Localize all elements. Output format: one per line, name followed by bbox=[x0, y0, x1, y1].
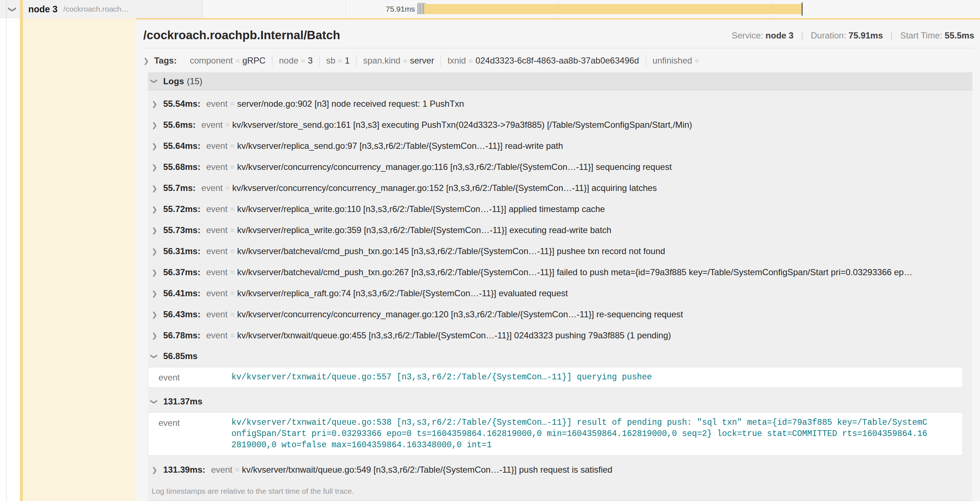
log-field-key: event bbox=[206, 330, 228, 340]
service-value: node 3 bbox=[766, 30, 794, 40]
log-field-key: event bbox=[206, 99, 228, 109]
log-field-value: kv/kvserver/replica_write.go:359 [n3,s3,… bbox=[237, 225, 611, 235]
span-color-accent-bar bbox=[20, 0, 23, 501]
chevron-right-icon[interactable]: ❯ bbox=[152, 163, 158, 171]
log-timestamp: 131.37ms bbox=[163, 396, 202, 407]
chevron-right-icon[interactable]: ❯ bbox=[152, 247, 158, 255]
logs-title: Logs bbox=[163, 76, 184, 86]
log-row[interactable]: ❯ 56.78ms: event= kv/kvserver/txnwait/qu… bbox=[148, 325, 972, 346]
log-row[interactable]: ❯ 55.7ms: event= kv/kvserver/concurrency… bbox=[148, 177, 972, 199]
tag-txnid: txnid=024d3323-6c8f-4863-aa8b-37ab0e6349… bbox=[441, 55, 646, 67]
log-row[interactable]: ❯ 56.31ms: event= kv/kvserver/batcheval/… bbox=[148, 241, 972, 262]
tag-span-kind: span.kind=server bbox=[356, 55, 441, 67]
log-field-key: event bbox=[211, 465, 232, 475]
chevron-down-icon[interactable]: ❯ bbox=[152, 397, 158, 406]
chevron-down-icon[interactable]: ❯ bbox=[152, 352, 158, 361]
log-field-key: event bbox=[206, 225, 228, 235]
log-tick bbox=[419, 3, 420, 14]
span-name[interactable]: node 3 /cockroach.roach… bbox=[28, 0, 129, 18]
chevron-right-icon[interactable]: ❯ bbox=[152, 205, 158, 214]
log-row[interactable]: ❯ 55.64ms: event= kv/kvserver/replica_se… bbox=[148, 136, 972, 156]
duration-value: 75.91ms bbox=[849, 30, 883, 40]
log-field-value: kv/kvserver/batcheval/cmd_push_txn.go:26… bbox=[237, 267, 913, 278]
log-field-value: kv/kvserver/replica_raft.go:74 [n3,s3,r6… bbox=[237, 288, 568, 298]
log-row-expanded-header[interactable]: ❯ 56.85ms bbox=[148, 346, 972, 366]
duration-label: Duration: bbox=[811, 30, 846, 40]
chevron-right-icon[interactable]: ❯ bbox=[152, 142, 158, 150]
log-row-expanded-header[interactable]: ❯ 131.37ms bbox=[148, 391, 972, 412]
tags-row[interactable]: ❯ Tags: component=gRPC node=3 sb=1 span.… bbox=[143, 55, 974, 67]
log-field-key: event bbox=[206, 246, 228, 256]
chevron-right-icon[interactable]: ❯ bbox=[152, 466, 158, 474]
log-field-value: kv/kvserver/concurrency/concurrency_mana… bbox=[237, 309, 683, 319]
log-timestamp: 56.78ms: bbox=[163, 330, 200, 340]
log-field-value: kv/kvserver/concurrency/concurrency_mana… bbox=[237, 162, 672, 172]
log-field-value: kv/kvserver/txnwait/queue.go:455 [n3,s3,… bbox=[237, 330, 671, 340]
chevron-right-icon[interactable]: ❯ bbox=[152, 226, 158, 235]
logs-list: ❯ 55.54ms: event= server/node.go:902 [n3… bbox=[148, 90, 972, 501]
log-field-key: event bbox=[206, 141, 228, 151]
chevron-right-icon[interactable]: ❯ bbox=[152, 332, 158, 340]
span-collapse-icon[interactable]: ❯ bbox=[9, 5, 16, 14]
log-field-value: kv/kvserver/concurrency/concurrency_mana… bbox=[232, 183, 657, 193]
logs-footer-note: Log timestamps are relative to the start… bbox=[148, 480, 972, 501]
log-row[interactable]: ❯ 55.68ms: event= kv/kvserver/concurrenc… bbox=[148, 156, 972, 177]
log-field-key: event bbox=[201, 120, 223, 130]
logs-section: ❯ Logs (15) ❯ 55.54ms: event= server/nod… bbox=[148, 72, 972, 501]
log-timestamp: 55.73ms: bbox=[163, 225, 200, 235]
log-row[interactable]: ❯ 55.73ms: event= kv/kvserver/replica_wr… bbox=[148, 220, 972, 241]
span-duration-bar[interactable] bbox=[424, 4, 803, 14]
log-field-key: event bbox=[153, 372, 231, 383]
log-field-key: event bbox=[206, 309, 228, 319]
log-row[interactable]: ❯ 55.72ms: event= kv/kvserver/replica_wr… bbox=[148, 199, 972, 220]
chevron-right-icon[interactable]: ❯ bbox=[152, 268, 158, 277]
log-timestamp: 55.54ms: bbox=[163, 99, 200, 109]
tag-node: node=3 bbox=[272, 55, 319, 67]
log-field-key: event bbox=[206, 162, 228, 172]
span-row[interactable]: ❯ node 3 /cockroach.roach… 75.91ms bbox=[0, 0, 980, 18]
chevron-right-icon[interactable]: ❯ bbox=[152, 310, 158, 319]
log-field-value: kv/kvserver/txnwait/queue.go:549 [n3,s3,… bbox=[242, 465, 612, 475]
start-time-label: Start Time: bbox=[900, 30, 942, 40]
log-row[interactable]: ❯ 56.43ms: event= kv/kvserver/concurrenc… bbox=[148, 304, 972, 325]
chevron-right-icon[interactable]: ❯ bbox=[152, 184, 158, 192]
page-title: /cockroach.roachpb.Internal/Batch bbox=[143, 28, 340, 42]
log-detail-card: event kv/kvserver/txnwait/queue.go:538 [… bbox=[148, 412, 963, 456]
chevron-right-icon[interactable]: ❯ bbox=[152, 100, 158, 108]
chevron-right-icon[interactable]: ❯ bbox=[152, 121, 158, 129]
service-label: Service: bbox=[732, 30, 763, 40]
chevron-right-icon[interactable]: ❯ bbox=[152, 289, 158, 298]
log-row[interactable]: ❯ 55.54ms: event= server/node.go:902 [n3… bbox=[148, 93, 972, 114]
log-row[interactable]: ❯ 131.39ms: event= kv/kvserver/txnwait/q… bbox=[148, 459, 972, 480]
log-timestamp: 55.72ms: bbox=[163, 204, 200, 214]
log-field-value: kv/kvserver/txnwait/queue.go:538 [n3,s3,… bbox=[231, 417, 928, 451]
log-field-value: kv/kvserver/replica_send.go:97 [n3,s3,r6… bbox=[237, 141, 563, 151]
tag-component: component=gRPC bbox=[183, 55, 272, 67]
meta-separator: | bbox=[796, 30, 808, 40]
log-field-value: kv/kvserver/replica_write.go:110 [n3,s3,… bbox=[237, 204, 605, 214]
chevron-down-icon[interactable]: ❯ bbox=[152, 77, 158, 85]
tags-label: Tags: bbox=[154, 56, 177, 66]
span-meta: Service: node 3 | Duration: 75.91ms | St… bbox=[732, 30, 974, 42]
log-field-value: server/node.go:902 [n3] node received re… bbox=[237, 99, 464, 109]
logs-count: (15) bbox=[187, 76, 202, 86]
span-detail-panel: /cockroach.roachpb.Internal/Batch Servic… bbox=[136, 19, 980, 501]
logs-header[interactable]: ❯ Logs (15) bbox=[148, 72, 972, 90]
log-timestamp: 56.43ms: bbox=[163, 309, 200, 319]
log-timestamp: 56.31ms: bbox=[163, 246, 200, 256]
log-field-key: event bbox=[201, 183, 223, 193]
log-row[interactable]: ❯ 56.37ms: event= kv/kvserver/batcheval/… bbox=[148, 262, 972, 283]
chevron-right-icon[interactable]: ❯ bbox=[143, 57, 149, 65]
tag-unfinished: unfinished= bbox=[646, 55, 708, 67]
log-row[interactable]: ❯ 55.6ms: event= kv/kvserver/store_send.… bbox=[148, 114, 972, 136]
chevron-down-icon: ❯ bbox=[8, 6, 17, 13]
log-field-value: kv/kvserver/store_send.go:161 [n3,s3] ex… bbox=[232, 120, 692, 130]
span-operation-name: /cockroach.roach… bbox=[64, 5, 129, 13]
log-timestamp: 55.68ms: bbox=[163, 162, 200, 172]
tag-sb: sb=1 bbox=[319, 55, 356, 67]
log-timestamp: 55.6ms: bbox=[163, 120, 196, 130]
meta-separator: | bbox=[885, 30, 898, 40]
log-row[interactable]: ❯ 56.41ms: event= kv/kvserver/replica_ra… bbox=[148, 283, 972, 304]
log-field-key: event bbox=[206, 288, 228, 298]
log-field-key: event bbox=[206, 204, 228, 214]
